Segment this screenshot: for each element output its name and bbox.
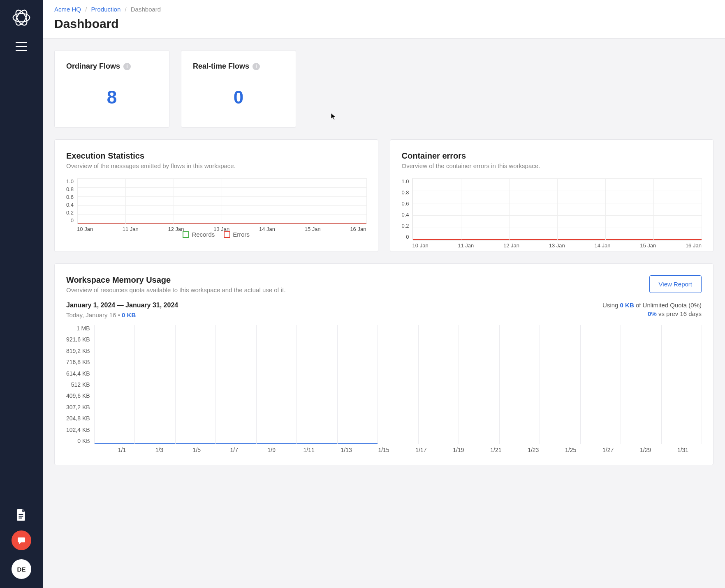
breadcrumb-workspace[interactable]: Production bbox=[91, 6, 121, 13]
svg-rect-4 bbox=[19, 516, 23, 517]
breadcrumb-sep: / bbox=[125, 6, 126, 13]
memory-today: Today, January 16 • 0 KB bbox=[66, 311, 178, 318]
memory-today-prefix: Today, January 16 • bbox=[66, 311, 122, 318]
execution-chart: 1.00.80.60.40.20 10 Jan11 Jan12 Jan13 Ja… bbox=[66, 178, 366, 224]
chart-grid bbox=[77, 178, 366, 224]
info-icon[interactable]: i bbox=[252, 63, 260, 70]
header: Acme HQ / Production / Dashboard Dashboa… bbox=[43, 0, 725, 39]
section-title: Container errors bbox=[402, 151, 702, 161]
stat-card-realtime-flows: Real-time Flows i 0 bbox=[181, 50, 296, 128]
section-title: Execution Statistics bbox=[66, 151, 366, 161]
stat-label: Ordinary Flows bbox=[66, 62, 120, 71]
chart-grid bbox=[94, 325, 702, 444]
chat-button[interactable] bbox=[12, 530, 31, 550]
memory-today-value: 0 KB bbox=[122, 311, 136, 318]
chart-y-axis: 1.00.80.60.40.20 bbox=[402, 178, 412, 240]
chart-grid bbox=[412, 178, 702, 240]
execution-statistics-card: Execution Statistics Overview of the mes… bbox=[54, 139, 378, 252]
memory-delta-value: 0% bbox=[648, 310, 657, 317]
breadcrumb-sep: / bbox=[85, 6, 87, 13]
stat-value: 0 bbox=[193, 87, 284, 108]
content: Ordinary Flows i 8 Real-time Flows i 0 bbox=[43, 39, 725, 477]
chart-y-axis: 1 MB921,6 KB819,2 KB716,8 KB614,4 KB512 … bbox=[66, 325, 94, 444]
page-title: Dashboard bbox=[54, 17, 713, 31]
locale-label: DE bbox=[17, 566, 26, 573]
memory-usage-suffix: of Unlimited Quota (0%) bbox=[634, 302, 702, 309]
section-subtitle: Overview of the messages emitted by flow… bbox=[66, 162, 366, 169]
charts-row: Execution Statistics Overview of the mes… bbox=[54, 139, 713, 252]
breadcrumb-org[interactable]: Acme HQ bbox=[54, 6, 81, 13]
stat-row: Ordinary Flows i 8 Real-time Flows i 0 bbox=[54, 50, 713, 128]
menu-toggle-icon[interactable] bbox=[16, 42, 27, 51]
chart-series-usage bbox=[94, 443, 378, 445]
section-subtitle: Overview of the container errors in this… bbox=[402, 162, 702, 169]
svg-rect-5 bbox=[19, 518, 22, 519]
memory-delta-suffix: vs prev 16 days bbox=[657, 310, 702, 317]
info-icon[interactable]: i bbox=[123, 63, 131, 70]
chart-x-axis: 1/11/31/51/71/91/111/131/151/171/191/211… bbox=[103, 447, 702, 453]
memory-usage-prefix: Using bbox=[602, 302, 620, 309]
memory-date-range: January 1, 2024 — January 31, 2024 bbox=[66, 302, 178, 309]
section-title: Workspace Memory Usage bbox=[66, 275, 286, 285]
stat-card-ordinary-flows: Ordinary Flows i 8 bbox=[54, 50, 169, 128]
memory-delta-line: 0% vs prev 16 days bbox=[602, 310, 702, 317]
docs-icon[interactable] bbox=[16, 509, 27, 521]
memory-usage-value: 0 KB bbox=[620, 302, 634, 309]
main: Acme HQ / Production / Dashboard Dashboa… bbox=[43, 0, 725, 588]
breadcrumb: Acme HQ / Production / Dashboard bbox=[54, 6, 713, 13]
stat-value: 8 bbox=[66, 87, 158, 108]
view-report-button[interactable]: View Report bbox=[649, 275, 702, 293]
container-errors-card: Container errors Overview of the contain… bbox=[390, 139, 714, 252]
svg-rect-3 bbox=[19, 514, 23, 515]
container-errors-chart: 1.00.80.60.40.20 10 Jan11 Jan12 Jan13 Ja… bbox=[402, 178, 702, 240]
locale-button[interactable]: DE bbox=[12, 559, 31, 579]
memory-chart: 1 MB921,6 KB819,2 KB716,8 KB614,4 KB512 … bbox=[66, 325, 702, 444]
breadcrumb-current: Dashboard bbox=[131, 6, 161, 13]
memory-usage-card: Workspace Memory Usage Overview of resou… bbox=[54, 263, 713, 465]
chart-x-axis: 10 Jan11 Jan12 Jan13 Jan14 Jan15 Jan16 J… bbox=[412, 242, 702, 249]
section-subtitle: Overview of resources quota available to… bbox=[66, 286, 286, 293]
sidebar: DE bbox=[0, 0, 43, 588]
memory-usage-line: Using 0 KB of Unlimited Quota (0%) bbox=[602, 302, 702, 309]
chart-x-axis: 10 Jan11 Jan12 Jan13 Jan14 Jan15 Jan16 J… bbox=[77, 226, 366, 232]
chart-y-axis: 1.00.80.60.40.20 bbox=[66, 178, 77, 224]
app-logo-icon[interactable] bbox=[12, 8, 31, 27]
stat-label: Real-time Flows bbox=[193, 62, 249, 71]
